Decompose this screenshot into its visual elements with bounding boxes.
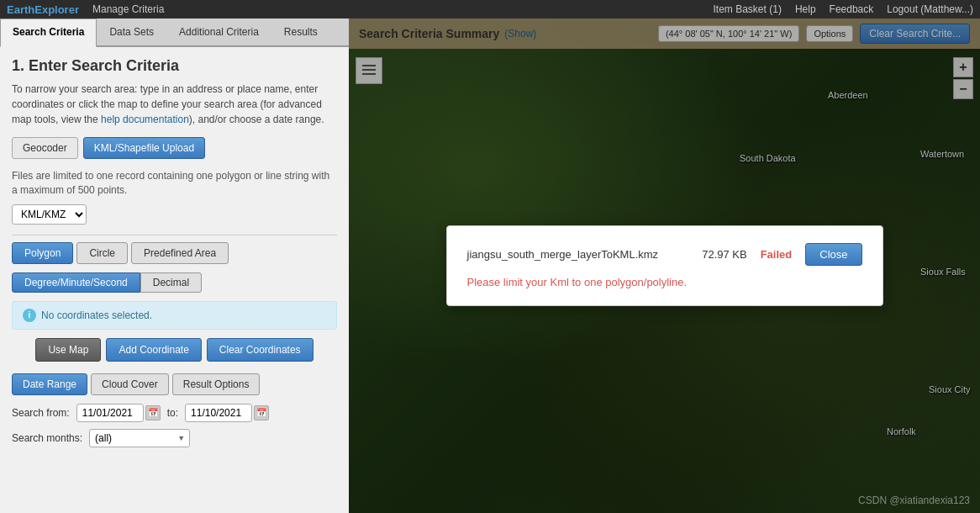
date-from-wrap: 📅 (76, 404, 161, 422)
calendar-from-icon[interactable]: 📅 (145, 405, 161, 420)
clear-coordinates-button[interactable]: Clear Coordinates (207, 338, 313, 362)
kml-upload-button[interactable]: KML/Shapefile Upload (83, 137, 205, 159)
section-title: 1. Enter Search Criteria (12, 57, 337, 75)
nav-feedback[interactable]: Feedback (830, 3, 874, 15)
nav-logout[interactable]: Logout (Matthew...) (887, 3, 973, 15)
main-layout: Search Criteria Data Sets Additional Cri… (0, 19, 980, 513)
tab-bar: Search Criteria Data Sets Additional Cri… (0, 19, 349, 47)
search-months-select[interactable]: (all) (89, 429, 190, 447)
tab-cloud-cover[interactable]: Cloud Cover (91, 373, 169, 395)
map-background: Search Criteria Summary (Show) (44° 08' … (349, 19, 980, 513)
shape-tabs: Polygon Circle Predefined Area (12, 242, 337, 264)
no-coords-box: i No coordinates selected. (12, 301, 337, 330)
search-months-wrapper: (all) (89, 429, 190, 447)
right-panel: Search Criteria Summary (Show) (44° 08' … (349, 19, 980, 513)
bottom-tabs: Date Range Cloud Cover Result Options (12, 373, 337, 395)
info-icon: i (23, 309, 36, 322)
tab-results[interactable]: Results (271, 19, 330, 45)
tab-date-range[interactable]: Date Range (12, 373, 87, 395)
description: To narrow your search area: type in an a… (12, 82, 337, 127)
file-format-select[interactable]: KML/KMZ Shapefile GeoJSON (12, 204, 87, 225)
shape-tab-predefined[interactable]: Predefined Area (131, 242, 229, 264)
dialog-close-button[interactable]: Close (805, 243, 861, 266)
date-to-input[interactable] (185, 404, 252, 422)
shape-tab-circle[interactable]: Circle (76, 242, 128, 264)
action-buttons: Use Map Add Coordinate Clear Coordinates (12, 338, 337, 362)
nav-help[interactable]: Help (795, 3, 816, 15)
dialog-status: Failed (761, 248, 793, 261)
date-range-row: Search from: 📅 to: 📅 (12, 404, 337, 422)
dialog-error-msg: Please limit your Kml to one polygon/pol… (467, 276, 862, 288)
no-coords-text: No coordinates selected. (41, 309, 152, 321)
dialog-file-row: jiangsu_south_merge_layerToKML.kmz 72.97… (467, 243, 862, 266)
nav-basket[interactable]: Item Basket (1) (714, 3, 782, 15)
help-link[interactable]: help documentation (101, 114, 189, 125)
left-content: 1. Enter Search Criteria To narrow your … (0, 47, 349, 513)
nav-manage[interactable]: Manage Criteria (92, 3, 164, 15)
search-from-label: Search from: (12, 407, 70, 419)
add-coordinate-button[interactable]: Add Coordinate (106, 338, 201, 362)
upload-error-dialog: jiangsu_south_merge_layerToKML.kmz 72.97… (446, 225, 883, 306)
logo: EarthExplorer (7, 3, 79, 16)
date-from-input[interactable] (76, 404, 144, 422)
coord-tabs: Degree/Minute/Second Decimal (12, 272, 337, 293)
top-nav: EarthExplorer Manage Criteria Item Baske… (0, 0, 980, 19)
geocoder-button[interactable]: Geocoder (12, 137, 78, 159)
date-to-wrap: 📅 (185, 404, 269, 422)
tab-data-sets[interactable]: Data Sets (97, 19, 166, 45)
divider-1 (12, 235, 337, 235)
tab-result-options[interactable]: Result Options (172, 373, 261, 395)
calendar-to-icon[interactable]: 📅 (254, 405, 269, 420)
coord-tab-decimal[interactable]: Decimal (140, 272, 202, 293)
shape-tab-polygon[interactable]: Polygon (12, 242, 73, 264)
left-panel: Search Criteria Data Sets Additional Cri… (0, 19, 349, 513)
search-months-row: Search months: (all) (12, 429, 337, 447)
coord-tab-dms[interactable]: Degree/Minute/Second (12, 272, 140, 293)
search-months-label: Search months: (12, 432, 82, 444)
file-limit-text: Files are limited to one record containi… (12, 169, 337, 198)
tab-additional-criteria[interactable]: Additional Criteria (166, 19, 271, 45)
modal-overlay: jiangsu_south_merge_layerToKML.kmz 72.97… (349, 19, 980, 513)
use-map-button[interactable]: Use Map (35, 338, 101, 362)
dialog-filename: jiangsu_south_merge_layerToKML.kmz (467, 248, 689, 261)
search-to-label: to: (167, 407, 178, 419)
file-format-row: KML/KMZ Shapefile GeoJSON (12, 204, 337, 225)
tab-search-criteria[interactable]: Search Criteria (0, 19, 97, 47)
geocoder-kml-group: Geocoder KML/Shapefile Upload (12, 137, 337, 159)
dialog-filesize: 72.97 KB (702, 248, 747, 261)
